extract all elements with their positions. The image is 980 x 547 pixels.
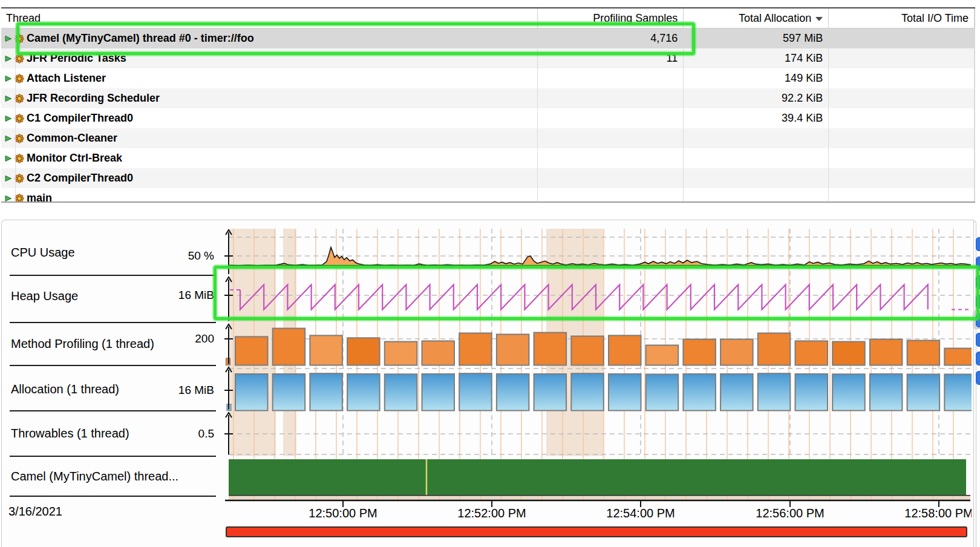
total-blocked-cell: [975, 188, 975, 203]
profiling-samples-cell: [538, 148, 684, 168]
thread-name-cell[interactable]: Common-Cleaner: [1, 128, 538, 148]
column-header-total-io-time[interactable]: Total I/O Time: [829, 8, 975, 28]
total-allocation-cell: [684, 188, 829, 203]
chart-config-button-0[interactable]: [976, 237, 980, 251]
column-header-total-allocation-label: Total Allocation: [739, 12, 811, 24]
thread-gear-icon: [15, 94, 24, 103]
expand-triangle-icon[interactable]: [5, 175, 12, 182]
expand-triangle-icon[interactable]: [5, 195, 12, 202]
profiling-samples-cell: [538, 168, 684, 188]
total-io-cell: [829, 28, 975, 48]
thread-name-cell[interactable]: Attach Listener: [1, 68, 538, 88]
thread-gear-icon: [15, 154, 24, 163]
table-row[interactable]: C1 CompilerThread039.4 KiB: [1, 108, 975, 128]
table-row[interactable]: main: [1, 188, 975, 203]
table-row[interactable]: Monitor Ctrl-Break: [1, 148, 975, 168]
expand-triangle-icon[interactable]: [5, 75, 12, 82]
table-row[interactable]: JFR Recording Scheduler92.2 KiB: [1, 88, 975, 108]
thread-name-cell[interactable]: Monitor Ctrl-Break: [1, 148, 538, 168]
thread-name: Common-Cleaner: [27, 128, 117, 148]
expand-triangle-icon[interactable]: [5, 35, 12, 42]
expand-triangle-icon[interactable]: [5, 55, 12, 62]
total-io-cell: [829, 188, 975, 203]
sort-descending-icon: [815, 17, 823, 21]
chart-config-button-6[interactable]: [976, 352, 980, 365]
chart-config-button-7[interactable]: [976, 371, 980, 385]
annotation-box-heap-lane: [214, 266, 979, 320]
total-blocked-cell: [975, 28, 975, 48]
expand-triangle-icon[interactable]: [5, 95, 12, 102]
table-row[interactable]: C2 CompilerThread0: [1, 168, 975, 188]
thread-name: Monitor Ctrl-Break: [27, 148, 122, 168]
profiling-samples-cell: [538, 88, 684, 108]
thread-name: main: [27, 188, 52, 203]
total-allocation-cell: [684, 168, 829, 188]
profiling-samples-cell: [538, 188, 684, 203]
chart-config-button-5[interactable]: [976, 333, 980, 347]
total-allocation-cell: 39.4 KiB: [684, 108, 829, 128]
thread-gear-icon: [15, 114, 24, 123]
thread-gear-icon: [15, 74, 24, 84]
thread-gear-icon: [15, 174, 24, 183]
tree-indent-guide: [15, 28, 16, 201]
table-row[interactable]: Attach Listener149 KiB: [1, 68, 975, 88]
thread-gear-icon: [15, 134, 24, 143]
column-header-total-blocked-time[interactable]: Total Blocked Time: [975, 8, 975, 28]
expand-triangle-icon[interactable]: [5, 155, 12, 162]
total-io-cell: [829, 108, 975, 128]
thread-name-cell[interactable]: C2 CompilerThread0: [1, 168, 538, 188]
total-blocked-cell: [975, 168, 975, 188]
jmc-threads-view: Thread Profiling Samples Total Allocatio…: [0, 0, 980, 547]
profiling-samples-cell: [538, 108, 684, 128]
thread-name-cell[interactable]: main: [1, 188, 538, 203]
total-io-cell: [829, 148, 975, 168]
thread-name-cell[interactable]: JFR Recording Scheduler: [1, 88, 538, 108]
total-io-cell: [829, 68, 975, 88]
profiling-samples-cell: [538, 128, 684, 148]
annotation-box-selected-thread: [16, 22, 695, 55]
thread-name: Attach Listener: [27, 68, 106, 88]
column-header-total-allocation[interactable]: Total Allocation: [684, 8, 829, 28]
total-blocked-cell: [975, 108, 975, 128]
thread-gear-icon: [15, 194, 24, 203]
thread-name: C2 CompilerThread0: [27, 168, 133, 188]
total-blocked-cell: [975, 128, 975, 148]
total-io-cell: [829, 88, 975, 108]
total-io-cell: [829, 168, 975, 188]
thread-name: C1 CompilerThread0: [27, 108, 133, 128]
total-blocked-cell: [975, 148, 975, 168]
total-allocation-cell: 597 MiB: [684, 28, 829, 48]
total-allocation-cell: [684, 148, 829, 168]
profiling-samples-cell: [538, 68, 684, 88]
total-io-cell: [829, 48, 975, 68]
table-row[interactable]: Common-Cleaner: [1, 128, 975, 148]
total-io-cell: [829, 128, 975, 148]
total-allocation-cell: [684, 128, 829, 148]
total-allocation-cell: 92.2 KiB: [684, 88, 829, 108]
total-blocked-cell: [975, 48, 975, 68]
thread-name-cell[interactable]: C1 CompilerThread0: [1, 108, 538, 128]
total-allocation-cell: 174 KiB: [684, 48, 829, 68]
total-blocked-cell: [975, 88, 975, 108]
total-blocked-cell: [975, 68, 975, 88]
thread-name: JFR Recording Scheduler: [27, 88, 160, 108]
expand-triangle-icon[interactable]: [5, 135, 12, 142]
total-allocation-cell: 149 KiB: [684, 68, 829, 88]
expand-triangle-icon[interactable]: [5, 115, 12, 122]
